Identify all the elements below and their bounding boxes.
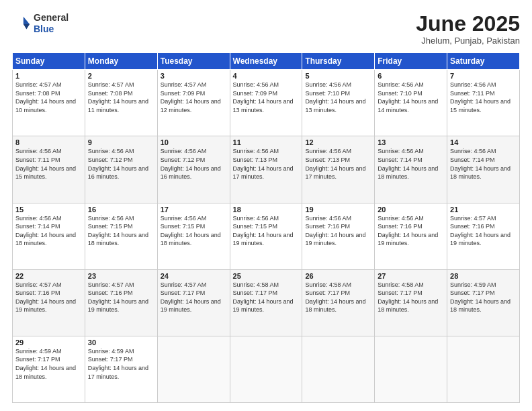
day-29: 29 Sunrise: 4:59 AMSunset: 7:17 PMDaylig…: [13, 336, 85, 402]
table-row: 22 Sunrise: 4:57 AMSunset: 7:16 PMDaylig…: [13, 269, 520, 336]
day-5: 5 Sunrise: 4:56 AMSunset: 7:10 PMDayligh…: [302, 70, 375, 136]
empty-cell: [302, 336, 375, 402]
calendar-header: Sunday Monday Tuesday Wednesday Thursday…: [13, 53, 520, 70]
col-friday: Friday: [375, 53, 447, 70]
col-tuesday: Tuesday: [157, 53, 230, 70]
day-7: 7 Sunrise: 4:56 AMSunset: 7:11 PMDayligh…: [447, 70, 520, 136]
day-25: 25 Sunrise: 4:58 AMSunset: 7:17 PMDaylig…: [230, 269, 302, 336]
location: Jhelum, Punjab, Pakistan: [416, 36, 520, 46]
logo-blue: Blue: [34, 24, 69, 35]
day-20: 20 Sunrise: 4:56 AMSunset: 7:16 PMDaylig…: [375, 203, 447, 269]
col-thursday: Thursday: [302, 53, 375, 70]
logo: General Blue: [12, 12, 69, 35]
day-12: 12 Sunrise: 4:56 AMSunset: 7:13 PMDaylig…: [302, 136, 375, 203]
day-15: 15 Sunrise: 4:56 AMSunset: 7:14 PMDaylig…: [13, 203, 85, 269]
svg-marker-1: [24, 24, 30, 29]
day-19: 19 Sunrise: 4:56 AMSunset: 7:16 PMDaylig…: [302, 203, 375, 269]
title-block: June 2025 Jhelum, Punjab, Pakistan: [416, 12, 520, 46]
col-saturday: Saturday: [447, 53, 520, 70]
empty-cell: [157, 336, 230, 402]
day-9: 9 Sunrise: 4:56 AMSunset: 7:12 PMDayligh…: [85, 136, 157, 203]
day-22: 22 Sunrise: 4:57 AMSunset: 7:16 PMDaylig…: [13, 269, 85, 336]
page: General Blue June 2025 Jhelum, Punjab, P…: [0, 0, 532, 411]
table-row: 8 Sunrise: 4:56 AMSunset: 7:11 PMDayligh…: [13, 136, 520, 203]
empty-cell: [230, 336, 302, 402]
day-24: 24 Sunrise: 4:57 AMSunset: 7:17 PMDaylig…: [157, 269, 230, 336]
calendar: Sunday Monday Tuesday Wednesday Thursday…: [12, 52, 520, 403]
calendar-body: 1 Sunrise: 4:57 AMSunset: 7:08 PMDayligh…: [13, 70, 520, 403]
day-10: 10 Sunrise: 4:56 AMSunset: 7:12 PMDaylig…: [157, 136, 230, 203]
day-30: 30 Sunrise: 4:59 AMSunset: 7:17 PMDaylig…: [85, 336, 157, 402]
empty-cell: [447, 336, 520, 402]
day-8: 8 Sunrise: 4:56 AMSunset: 7:11 PMDayligh…: [13, 136, 85, 203]
day-21: 21 Sunrise: 4:57 AMSunset: 7:16 PMDaylig…: [447, 203, 520, 269]
table-row: 29 Sunrise: 4:59 AMSunset: 7:17 PMDaylig…: [13, 336, 520, 402]
month-title: June 2025: [416, 12, 520, 36]
col-monday: Monday: [85, 53, 157, 70]
col-wednesday: Wednesday: [230, 53, 302, 70]
col-sunday: Sunday: [13, 53, 85, 70]
day-11: 11 Sunrise: 4:56 AMSunset: 7:13 PMDaylig…: [230, 136, 302, 203]
header: General Blue June 2025 Jhelum, Punjab, P…: [12, 12, 520, 46]
day-18: 18 Sunrise: 4:56 AMSunset: 7:15 PMDaylig…: [230, 203, 302, 269]
day-27: 27 Sunrise: 4:58 AMSunset: 7:17 PMDaylig…: [375, 269, 447, 336]
day-13: 13 Sunrise: 4:56 AMSunset: 7:14 PMDaylig…: [375, 136, 447, 203]
day-16: 16 Sunrise: 4:56 AMSunset: 7:15 PMDaylig…: [85, 203, 157, 269]
day-14: 14 Sunrise: 4:56 AMSunset: 7:14 PMDaylig…: [447, 136, 520, 203]
logo-text: General Blue: [34, 12, 69, 35]
svg-marker-0: [24, 17, 30, 24]
day-4: 4 Sunrise: 4:56 AMSunset: 7:09 PMDayligh…: [230, 70, 302, 136]
empty-cell: [375, 336, 447, 402]
day-17: 17 Sunrise: 4:56 AMSunset: 7:15 PMDaylig…: [157, 203, 230, 269]
day-3: 3 Sunrise: 4:57 AMSunset: 7:09 PMDayligh…: [157, 70, 230, 136]
logo-icon: [12, 14, 31, 33]
day-1: 1 Sunrise: 4:57 AMSunset: 7:08 PMDayligh…: [13, 70, 85, 136]
table-row: 1 Sunrise: 4:57 AMSunset: 7:08 PMDayligh…: [13, 70, 520, 136]
table-row: 15 Sunrise: 4:56 AMSunset: 7:14 PMDaylig…: [13, 203, 520, 269]
day-26: 26 Sunrise: 4:58 AMSunset: 7:17 PMDaylig…: [302, 269, 375, 336]
day-6: 6 Sunrise: 4:56 AMSunset: 7:10 PMDayligh…: [375, 70, 447, 136]
day-2: 2 Sunrise: 4:57 AMSunset: 7:08 PMDayligh…: [85, 70, 157, 136]
day-23: 23 Sunrise: 4:57 AMSunset: 7:16 PMDaylig…: [85, 269, 157, 336]
day-28: 28 Sunrise: 4:59 AMSunset: 7:17 PMDaylig…: [447, 269, 520, 336]
logo-general: General: [34, 12, 69, 24]
